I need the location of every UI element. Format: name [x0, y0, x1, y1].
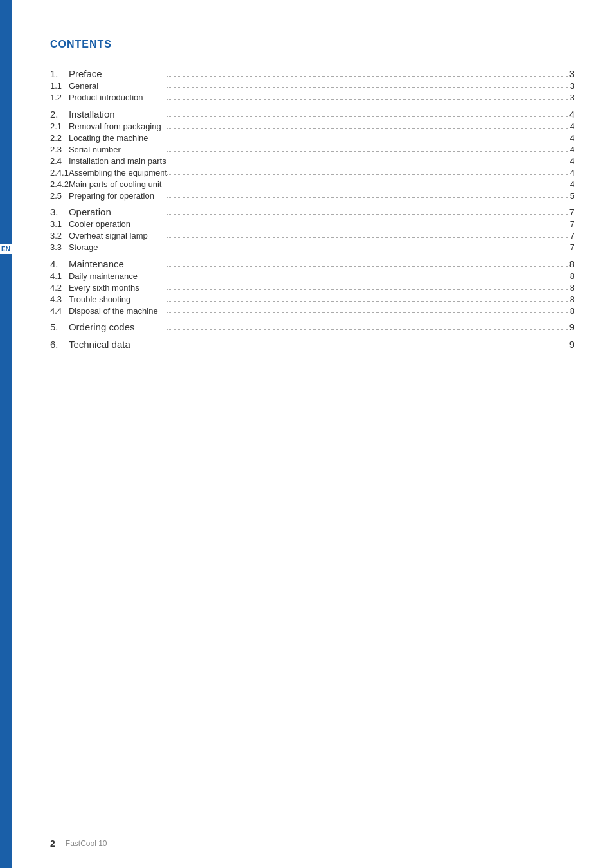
footer-page-number: 2	[50, 838, 55, 849]
toc-section-label: Operation	[69, 201, 167, 219]
toc-dots	[167, 305, 569, 316]
toc-section-label: Preface	[69, 63, 167, 80]
toc-subsection-row: 2.3 Serial number 4	[50, 143, 574, 155]
toc-table: 1. Preface 3 1.1 General 3 1.2 Product i…	[50, 63, 574, 350]
toc-sub-label: Locating the machine	[69, 132, 167, 143]
toc-sub-page: 5	[569, 190, 574, 201]
toc-section-num: 3.	[50, 201, 69, 219]
toc-sub-page: 4	[569, 155, 574, 167]
toc-dots	[167, 201, 569, 219]
toc-sub-page: 8	[569, 270, 574, 282]
toc-section-label: Technical data	[69, 334, 167, 351]
toc-section-page: 8	[569, 253, 574, 271]
toc-sub-num: 2.2	[50, 132, 69, 143]
toc-sub-num: 4.4	[50, 305, 69, 316]
toc-dots	[167, 230, 569, 242]
toc-sub-page: 4	[569, 120, 574, 132]
toc-dots	[167, 155, 569, 167]
toc-sub-label: Disposal of the machine	[69, 305, 167, 316]
toc-section-page: 9	[569, 316, 574, 334]
toc-dots	[167, 120, 569, 132]
toc-sub-page: 8	[569, 282, 574, 293]
toc-sub-num: 2.5	[50, 190, 69, 201]
toc-dots	[167, 143, 569, 155]
toc-sub-num: 4.2	[50, 282, 69, 293]
toc-section-row: 2. Installation 4	[50, 104, 574, 121]
toc-sub-label: Daily maintenance	[69, 270, 167, 282]
toc-section-page: 9	[569, 334, 574, 351]
toc-sub-page: 8	[569, 305, 574, 316]
toc-subsubsection-row: 2.4.1 Assembling the equipment 4	[50, 167, 574, 178]
toc-section-row: 6. Technical data 9	[50, 334, 574, 351]
toc-dots	[167, 242, 569, 253]
toc-subsubsection-row: 2.4.2 Main parts of cooling unit 4	[50, 178, 574, 190]
toc-dots	[167, 63, 569, 80]
footer: 2 FastCool 10	[50, 833, 574, 849]
toc-dots	[167, 80, 569, 92]
toc-dots	[167, 167, 569, 178]
toc-sub-num: 4.3	[50, 293, 69, 305]
toc-dots	[167, 316, 569, 334]
toc-subsection-row: 4.4 Disposal of the machine 8	[50, 305, 574, 316]
toc-dots	[167, 219, 569, 230]
toc-sub-label: Trouble shooting	[69, 293, 167, 305]
toc-section-page: 7	[569, 201, 574, 219]
toc-subsection-row: 4.3 Trouble shooting 8	[50, 293, 574, 305]
toc-section-num: 5.	[50, 316, 69, 334]
toc-sub-page: 8	[569, 293, 574, 305]
toc-section-num: 2.	[50, 104, 69, 121]
toc-dots	[167, 293, 569, 305]
toc-dots	[167, 334, 569, 351]
toc-section-label: Installation	[69, 104, 167, 121]
toc-sub-label: Installation and main parts	[69, 155, 167, 167]
toc-sub-label: Preparing for operation	[69, 190, 167, 201]
toc-sub-page: 4	[569, 143, 574, 155]
toc-dots	[167, 190, 569, 201]
toc-dots	[167, 132, 569, 143]
toc-section-row: 5. Ordering codes 9	[50, 316, 574, 334]
toc-sub-label: Removal from packaging	[69, 120, 167, 132]
toc-sub-label: Product introduction	[69, 92, 167, 104]
toc-subsection-row: 3.1 Cooler operation 7	[50, 219, 574, 230]
toc-sub-page: 4	[569, 132, 574, 143]
toc-sub-page: 7	[569, 242, 574, 253]
toc-dots	[167, 253, 569, 271]
toc-subsection-row: 2.5 Preparing for operation 5	[50, 190, 574, 201]
toc-subsection-row: 1.1 General 3	[50, 80, 574, 92]
toc-sub-num: 4.1	[50, 270, 69, 282]
toc-subsub-label: Main parts of cooling unit	[69, 178, 167, 190]
toc-sub-label: Serial number	[69, 143, 167, 155]
toc-sub-num: 3.1	[50, 219, 69, 230]
toc-section-row: 3. Operation 7	[50, 201, 574, 219]
page: EN CONTENTS 1. Preface 3 1.1 General 3 1…	[0, 0, 613, 868]
toc-section-row: 4. Maintenance 8	[50, 253, 574, 271]
toc-sub-label: General	[69, 80, 167, 92]
toc-subsub-page: 4	[569, 178, 574, 190]
toc-subsection-row: 3.2 Overheat signal lamp 7	[50, 230, 574, 242]
toc-subsection-row: 2.1 Removal from packaging 4	[50, 120, 574, 132]
toc-section-page: 3	[569, 63, 574, 80]
toc-sub-num: 1.2	[50, 92, 69, 104]
toc-subsub-num: 2.4.1	[50, 167, 69, 178]
toc-section-num: 4.	[50, 253, 69, 271]
toc-subsection-row: 4.2 Every sixth months 8	[50, 282, 574, 293]
toc-subsub-label: Assembling the equipment	[69, 167, 167, 178]
page-content: CONTENTS 1. Preface 3 1.1 General 3 1.2 …	[12, 0, 613, 868]
language-label: EN	[0, 244, 12, 254]
toc-dots	[167, 282, 569, 293]
toc-subsection-row: 2.4 Installation and main parts 4	[50, 155, 574, 167]
toc-dots	[167, 270, 569, 282]
toc-sub-page: 7	[569, 219, 574, 230]
toc-dots	[167, 104, 569, 121]
toc-section-page: 4	[569, 104, 574, 121]
toc-subsection-row: 3.3 Storage 7	[50, 242, 574, 253]
toc-subsection-row: 1.2 Product introduction 3	[50, 92, 574, 104]
toc-section-num: 6.	[50, 334, 69, 351]
toc-sub-label: Overheat signal lamp	[69, 230, 167, 242]
toc-sub-page: 3	[569, 80, 574, 92]
toc-sub-num: 3.2	[50, 230, 69, 242]
toc-sub-num: 2.4	[50, 155, 69, 167]
toc-section-num: 1.	[50, 63, 69, 80]
toc-subsub-page: 4	[569, 167, 574, 178]
toc-sub-page: 3	[569, 92, 574, 104]
